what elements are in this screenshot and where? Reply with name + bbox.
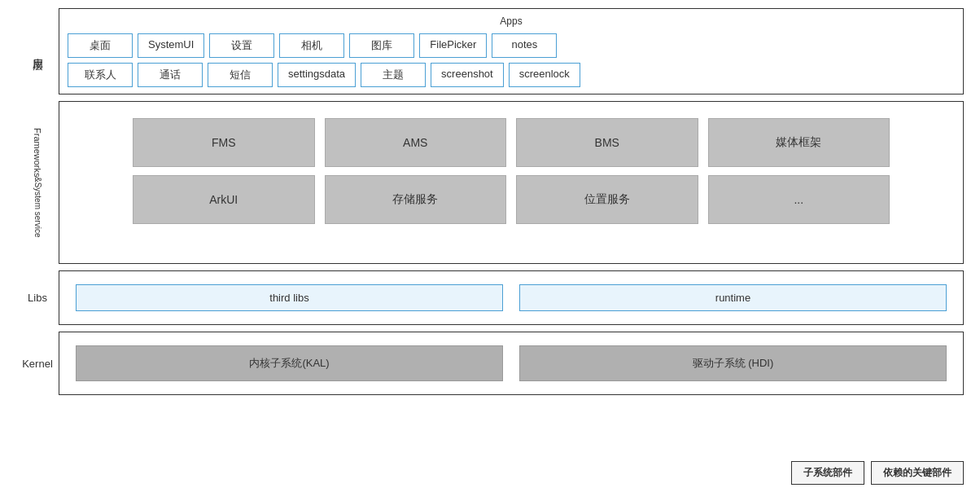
frameworks-layer-content: FMS AMS BMS 媒体框架 ArkUI 存储服务 位置服务 ... bbox=[59, 101, 964, 264]
kernel-layer-content: 内核子系统(KAL) 驱动子系统 (HDI) bbox=[59, 332, 964, 395]
frameworks-layer: Frameworks &System service FMS AMS BMS 媒… bbox=[16, 101, 964, 264]
kernel-content: 内核子系统(KAL) 驱动子系统 (HDI) bbox=[68, 339, 955, 388]
apps-title: Apps bbox=[68, 15, 955, 27]
frameworks-label-line1: Frameworks bbox=[33, 128, 42, 178]
app-box-gallery[interactable]: 图库 bbox=[349, 33, 414, 58]
app-box-contacts[interactable]: 联系人 bbox=[68, 63, 133, 87]
libs-layer: Libs third libs runtime bbox=[16, 270, 964, 325]
libs-content: third libs runtime bbox=[68, 278, 955, 318]
legend-subsystem: 子系统部件 bbox=[791, 461, 864, 485]
frameworks-content: FMS AMS BMS 媒体框架 ArkUI 存储服务 位置服务 ... bbox=[68, 108, 955, 234]
fw-box-arkui[interactable]: ArkUI bbox=[133, 175, 315, 224]
app-box-settings[interactable]: 设置 bbox=[209, 33, 274, 58]
app-box-desktop[interactable]: 桌面 bbox=[68, 33, 133, 58]
apps-layer-label: 应用层 bbox=[16, 8, 59, 94]
libs-layer-label: Libs bbox=[16, 270, 59, 325]
fw-box-fms[interactable]: FMS bbox=[133, 118, 315, 167]
fw-row-1: FMS AMS BMS 媒体框架 bbox=[133, 118, 890, 167]
frameworks-layer-label: Frameworks &System service bbox=[16, 101, 59, 264]
app-box-phone[interactable]: 通话 bbox=[138, 63, 203, 87]
app-box-notes[interactable]: notes bbox=[492, 33, 557, 58]
fw-box-storage[interactable]: 存储服务 bbox=[325, 175, 507, 224]
app-box-sms[interactable]: 短信 bbox=[208, 63, 273, 87]
fw-box-media[interactable]: 媒体框架 bbox=[708, 118, 890, 167]
apps-row-1: 桌面 SystemUI 设置 相机 图库 FilePicker notes bbox=[68, 33, 955, 58]
app-box-screenlock[interactable]: screenlock bbox=[509, 63, 580, 87]
apps-rows-wrapper: 桌面 SystemUI 设置 相机 图库 FilePicker notes 联系… bbox=[68, 33, 955, 87]
kernel-layer: Kernel 内核子系统(KAL) 驱动子系统 (HDI) bbox=[16, 332, 964, 395]
apps-row-2: 联系人 通话 短信 settingsdata 主题 screenshot scr… bbox=[68, 63, 955, 87]
lib-box-runtime[interactable]: runtime bbox=[519, 284, 947, 311]
libs-layer-content: third libs runtime bbox=[59, 270, 964, 325]
app-box-settingsdata[interactable]: settingsdata bbox=[278, 63, 356, 87]
kernel-box-hdi[interactable]: 驱动子系统 (HDI) bbox=[519, 345, 947, 381]
frameworks-label-line2: &System service bbox=[33, 177, 42, 237]
fw-box-more[interactable]: ... bbox=[708, 175, 890, 224]
fw-box-location[interactable]: 位置服务 bbox=[516, 175, 698, 224]
apps-section: Apps 桌面 SystemUI 设置 相机 图库 FilePicker not… bbox=[68, 15, 955, 87]
apps-layer: 应用层 Apps 桌面 SystemUI 设置 相机 图库 FilePicker… bbox=[16, 8, 964, 94]
app-box-systemui[interactable]: SystemUI bbox=[138, 33, 204, 58]
fw-box-bms[interactable]: BMS bbox=[516, 118, 698, 167]
fw-box-ams[interactable]: AMS bbox=[325, 118, 507, 167]
legend-key-component: 依赖的关键部件 bbox=[871, 461, 964, 485]
app-box-filepicker[interactable]: FilePicker bbox=[419, 33, 487, 58]
lib-box-third[interactable]: third libs bbox=[76, 284, 503, 311]
kernel-box-kal[interactable]: 内核子系统(KAL) bbox=[76, 345, 503, 381]
apps-layer-content: Apps 桌面 SystemUI 设置 相机 图库 FilePicker not… bbox=[59, 8, 964, 94]
legend: 子系统部件 依赖的关键部件 bbox=[791, 461, 964, 485]
kernel-layer-label: Kernel bbox=[16, 332, 59, 395]
app-box-camera[interactable]: 相机 bbox=[279, 33, 344, 58]
app-box-theme[interactable]: 主题 bbox=[361, 63, 426, 87]
fw-row-2: ArkUI 存储服务 位置服务 ... bbox=[133, 175, 890, 224]
app-box-screenshot[interactable]: screenshot bbox=[431, 63, 504, 87]
